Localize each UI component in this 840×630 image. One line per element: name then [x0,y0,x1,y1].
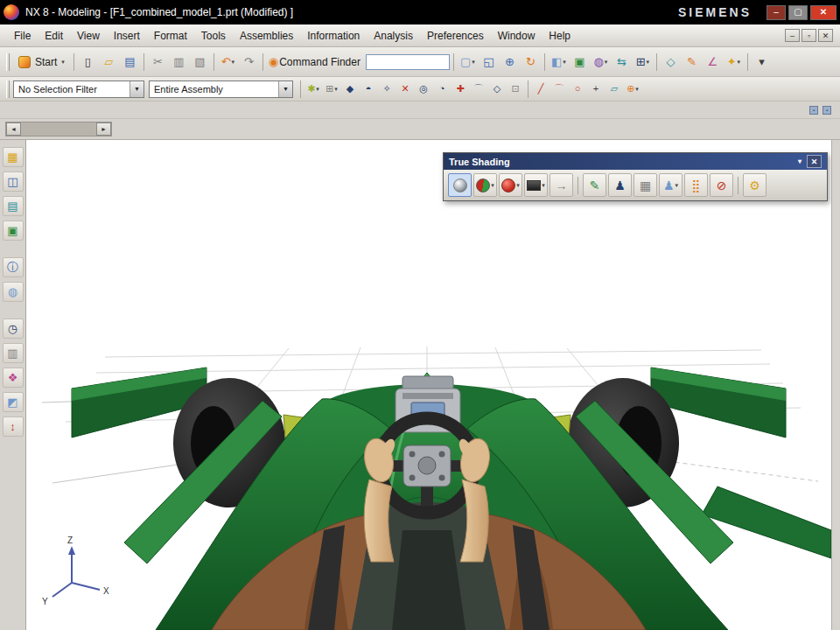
fit-view-button[interactable]: ◱ [479,52,499,72]
ground-plane-button[interactable]: ▦ [634,173,657,197]
bounded-grid-point-button[interactable]: ⊡ [507,80,524,98]
show-human-button[interactable]: ♟ [608,173,632,197]
assembly-display-button[interactable]: ▣ [570,52,590,72]
csys-button[interactable]: ⊕▾ [624,80,641,98]
menu-insert[interactable]: Insert [107,27,147,45]
zoom-button[interactable]: ⊕ [500,52,520,72]
menu-help[interactable]: Help [542,27,578,45]
hd3d-tools-button[interactable]: ⓘ [3,257,24,277]
constraint-navigator-button[interactable]: ◫ [3,172,24,192]
history-button[interactable]: ◷ [3,318,24,339]
toolbar-grip[interactable] [6,80,10,98]
menu-information[interactable]: Information [300,27,367,45]
toolbar-options-button[interactable]: ▾ [752,52,772,72]
new-file-button[interactable]: ▯ [78,52,98,72]
enable-snap-point-button[interactable]: ✱▾ [304,80,322,98]
command-finder-input[interactable] [366,54,450,70]
show-and-hide-button[interactable]: ◍▾ [591,52,611,72]
disable-true-shading-button[interactable]: ⊘ [710,173,733,197]
control-point-button[interactable]: ✧ [378,80,396,98]
scroll-right-button[interactable]: ► [96,122,111,136]
cut-button[interactable]: ✂ [148,52,168,72]
assembly-navigator-button[interactable]: ▦ [3,147,24,167]
undo-button[interactable]: ↶▾ [218,52,238,72]
screen-split-button[interactable]: ▢▾ [458,52,478,72]
save-button[interactable]: ▤ [120,52,140,72]
sketch-button[interactable]: ✎ [682,52,702,72]
command-finder-button[interactable]: ◉ Command Finder [267,52,362,72]
tab-scrollbar[interactable]: ◄ ► [5,122,112,136]
menu-preferences[interactable]: Preferences [420,27,491,45]
selection-filter-combo[interactable]: No Selection Filter ▼ [13,80,144,98]
toolbar-grip[interactable] [6,53,10,71]
paste-button[interactable]: ▧ [190,52,210,72]
menu-view[interactable]: View [70,27,107,45]
assign-material-button[interactable]: ✦▾ [724,52,744,72]
web-browser-button[interactable]: ◍ [3,282,24,302]
color-palette-button[interactable]: ⣿ [684,173,708,197]
manufacturing-wizards-button[interactable]: ↕ [3,416,24,437]
menu-format[interactable]: Format [147,27,194,45]
intersection-point-button[interactable]: ✕ [396,80,414,98]
point-constructor-button[interactable]: + [587,80,605,98]
redo-button[interactable]: ↷ [239,52,259,72]
rendering-style-button[interactable]: ◧▾ [549,52,569,72]
menu-file[interactable]: File [7,27,38,45]
mid-point-button[interactable]: ◓ [360,80,377,98]
menu-analysis[interactable]: Analysis [367,27,420,45]
point-on-surface-button[interactable]: ◇ [488,80,506,98]
dock-indicator-icon[interactable]: ▪ [809,106,818,115]
process-studio-button[interactable]: ▥ [3,343,24,363]
copy-button[interactable]: ▥ [169,52,189,72]
menu-tools[interactable]: Tools [194,27,233,45]
global-material-button[interactable]: ▾ [473,173,497,197]
end-point-button[interactable]: ◆ [341,80,359,98]
true-shading-preferences-button[interactable]: ⚙ [743,173,766,197]
move-component-button[interactable]: ⇆ [612,52,632,72]
line-button[interactable]: ╱ [532,80,550,98]
true-shading-titlebar[interactable]: True Shading ▾ ✕ [444,153,827,170]
grid-point-button[interactable]: ⊞▾ [323,80,340,98]
stage-button[interactable]: → [550,173,573,197]
reuse-library-button[interactable]: ▣ [3,220,24,241]
material-ball-button[interactable]: ▾ [499,173,522,197]
system-materials-button[interactable]: ◩ [3,392,24,412]
minimize-button[interactable]: – [766,5,786,20]
scroll-left-button[interactable]: ◄ [6,122,21,136]
combo-arrow-icon[interactable]: ▼ [130,81,144,97]
datum-plane-button[interactable]: ◇ [661,52,681,72]
edit-object-display-button[interactable]: ✎ [583,173,606,197]
rotate-view-button[interactable]: ↻ [521,52,541,72]
menu-window[interactable]: Window [491,27,542,45]
circle-button[interactable]: ○ [569,80,586,98]
minimize-document-button[interactable]: – [785,29,800,42]
quadrant-point-button[interactable]: ◔ [433,80,451,98]
close-button[interactable]: ✕ [810,5,836,20]
viewport-canvas[interactable]: Z X Y [26,140,831,630]
menu-edit[interactable]: Edit [38,27,70,45]
start-button[interactable]: Start ▾ [13,52,70,73]
true-shading-toggle-button[interactable] [448,173,472,197]
close-document-button[interactable]: ✕ [818,29,833,42]
part-navigator-button[interactable]: ▤ [3,196,24,216]
restore-document-button[interactable]: ▫ [802,29,816,42]
dock-indicator-icon[interactable]: ▪ [822,106,831,115]
measure-button[interactable]: ∠ [703,52,723,72]
combo-arrow-icon[interactable]: ▼ [278,81,292,97]
point-on-curve-button[interactable]: ⌒ [470,80,487,98]
background-button[interactable]: ▾ [524,173,548,197]
panel-menu-caret-icon[interactable]: ▾ [798,158,802,165]
plane-button[interactable]: ▱ [606,80,623,98]
selection-scope-combo[interactable]: Entire Assembly ▼ [149,80,293,98]
menu-assemblies[interactable]: Assemblies [233,27,300,45]
panel-close-button[interactable]: ✕ [807,155,822,168]
assembly-constraints-button[interactable]: ⊞▾ [633,52,653,72]
arc-button[interactable]: ⌒ [550,80,568,98]
human-style-button[interactable]: ♟▾ [659,173,682,197]
graphics-window[interactable]: Z X Y True Shading ▾ ✕ ▾ ▾ ▾ → ✎ ♟ ▦ [26,140,831,630]
tab-scrollbar-track[interactable] [21,122,96,136]
roles-button[interactable]: ❖ [3,368,24,388]
arc-center-button[interactable]: ◎ [415,80,432,98]
maximize-button[interactable]: ▢ [788,5,808,20]
open-file-button[interactable]: ▱ [99,52,119,72]
